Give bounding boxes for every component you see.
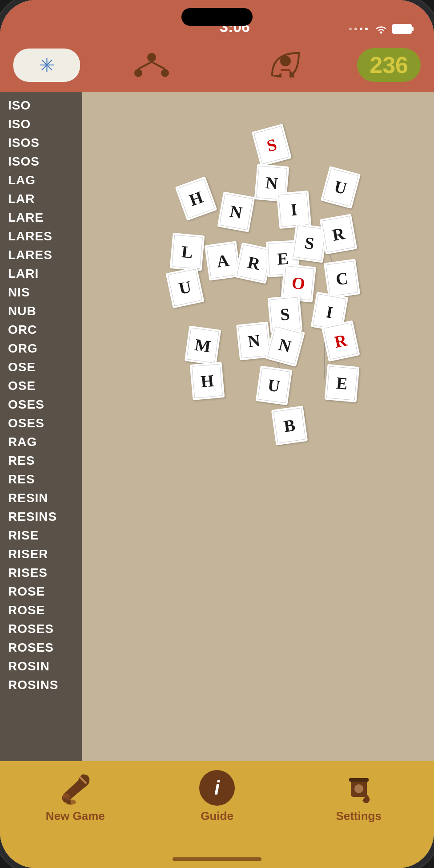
tile-letter: S	[280, 305, 290, 323]
word-item: ISOS	[0, 134, 82, 152]
tile-letter: H	[187, 188, 205, 209]
person-icon-wrap[interactable]	[223, 49, 349, 82]
letter-tile-u[interactable]: U	[165, 267, 204, 308]
signal-dots-icon	[348, 25, 370, 33]
word-item: LARI	[0, 264, 82, 283]
home-indicator	[0, 850, 434, 868]
letter-tile-c[interactable]: C	[324, 259, 360, 298]
word-item: ISO	[0, 115, 82, 134]
word-item: RESIN	[0, 489, 82, 507]
game-board[interactable]: SNHNIULARESRUOCSIMNNRHUEB	[82, 92, 434, 761]
word-item: RES	[0, 470, 82, 489]
letter-tile-h[interactable]: H	[175, 176, 217, 221]
new-game-button[interactable]: New Game	[4, 770, 146, 823]
tile-letter: R	[331, 225, 346, 243]
phone-frame: 3:06	[0, 0, 434, 868]
word-item: ROSINS	[0, 676, 82, 694]
word-item: ORC	[0, 320, 82, 339]
tile-letter: S	[265, 136, 278, 154]
tile-letter: I	[290, 201, 298, 218]
word-item: RAG	[0, 433, 82, 451]
app-header: ✳	[0, 40, 434, 92]
word-item: OSES	[0, 414, 82, 433]
settings-icon	[341, 770, 377, 806]
tile-letter: N	[265, 174, 279, 192]
tile-letter: U	[267, 376, 281, 394]
letter-tile-h[interactable]: H	[190, 362, 225, 400]
svg-point-0	[349, 28, 352, 30]
word-item: ROSE	[0, 601, 82, 620]
word-item: OSE	[0, 377, 82, 395]
word-item: ISOS	[0, 152, 82, 171]
svg-point-6	[134, 69, 142, 77]
status-icons	[348, 24, 412, 34]
tile-letter: U	[333, 178, 349, 197]
word-item: RES	[0, 451, 82, 470]
svg-point-2	[360, 28, 362, 30]
svg-point-5	[147, 53, 156, 62]
letter-tile-e[interactable]: E	[325, 364, 360, 402]
tile-letter: M	[194, 336, 212, 355]
guide-circle-icon: i	[199, 770, 235, 806]
letter-tile-m[interactable]: M	[185, 325, 221, 365]
word-item: LARES	[0, 246, 82, 264]
word-item: LARE	[0, 208, 82, 227]
letter-tile-u[interactable]: U	[256, 365, 292, 405]
tile-letter: N	[229, 203, 244, 221]
guide-button[interactable]: i Guide	[146, 770, 288, 823]
word-item: OSES	[0, 395, 82, 414]
svg-point-7	[161, 69, 169, 77]
tile-letter: L	[181, 243, 194, 261]
letter-tile-b[interactable]: B	[271, 406, 308, 445]
guide-label: Guide	[201, 809, 233, 823]
home-bar	[173, 857, 261, 861]
letter-tile-i[interactable]: I	[277, 191, 312, 229]
word-item: RISER	[0, 545, 82, 564]
dynamic-island	[181, 8, 253, 26]
tile-letter: U	[177, 278, 193, 297]
svg-line-8	[138, 62, 152, 69]
svg-point-34	[354, 784, 363, 793]
word-item: ROSE	[0, 582, 82, 601]
word-item: RESINS	[0, 507, 82, 526]
tile-letter: N	[277, 336, 293, 355]
letter-tile-s[interactable]: S	[252, 124, 292, 166]
tile-letter: I	[325, 303, 334, 321]
word-item: ROSIN	[0, 657, 82, 676]
svg-point-30	[67, 800, 71, 804]
tile-letter: A	[216, 251, 230, 270]
wifi-icon	[374, 24, 388, 34]
word-item: NIS	[0, 283, 82, 302]
svg-point-3	[365, 28, 368, 30]
word-item: ORG	[0, 339, 82, 358]
tile-letter: H	[200, 372, 215, 390]
snowflake-icon: ✳	[39, 54, 55, 77]
word-item: LAG	[0, 171, 82, 190]
word-item: OSE	[0, 358, 82, 377]
word-item: LAR	[0, 190, 82, 208]
settings-label: Settings	[336, 809, 382, 823]
letter-tile-r[interactable]: R	[321, 320, 360, 361]
letter-tile-u[interactable]: U	[321, 166, 361, 209]
score-badge: 236	[357, 48, 421, 82]
snowflake-button[interactable]: ✳	[13, 49, 80, 82]
graph-icon-wrap[interactable]	[89, 49, 214, 82]
phone-screen: 3:06	[0, 0, 434, 868]
word-item: ISO	[0, 96, 82, 115]
svg-point-31	[65, 797, 69, 800]
tile-letter: R	[246, 254, 262, 273]
person-icon	[265, 49, 305, 82]
tile-letter: E	[336, 374, 349, 392]
settings-button[interactable]: Settings	[288, 770, 430, 823]
guide-icon: i	[199, 770, 235, 806]
letter-tile-n[interactable]: N	[217, 191, 255, 232]
score-value: 236	[370, 52, 408, 78]
svg-point-1	[354, 28, 357, 30]
battery-icon	[392, 24, 412, 34]
graph-icon	[132, 49, 172, 82]
new-game-label: New Game	[46, 809, 105, 823]
svg-point-10	[280, 56, 291, 66]
letter-tile-r[interactable]: R	[320, 214, 358, 254]
letter-tile-l[interactable]: L	[170, 233, 205, 271]
word-list[interactable]: ISOISOISOSISOSLAGLARLARELARESLARESLARINI…	[0, 92, 82, 761]
